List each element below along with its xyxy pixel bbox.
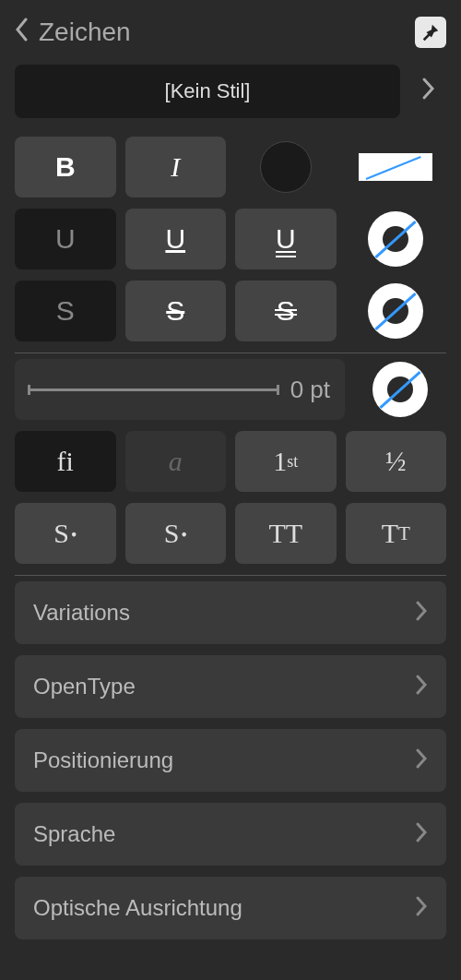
chevron-right-icon xyxy=(415,746,428,775)
opentype-nav[interactable]: OpenType xyxy=(15,655,446,718)
outline-value: 0 pt xyxy=(290,376,330,404)
background-color-swatch[interactable] xyxy=(346,137,447,197)
fill-color-swatch[interactable] xyxy=(235,137,337,197)
underline-none-label: U xyxy=(55,223,76,255)
variations-nav[interactable]: Variations xyxy=(15,581,446,644)
strike-single-label: S xyxy=(166,295,184,327)
chevron-right-icon xyxy=(415,672,428,701)
text-style-row: [Kein Stil] xyxy=(15,65,446,118)
strike-single-button[interactable]: S xyxy=(125,281,227,341)
text-style-label: [Kein Stil] xyxy=(165,79,251,103)
positioning-nav[interactable]: Positionierung xyxy=(15,729,446,792)
smallcaps-button[interactable]: TT xyxy=(346,503,447,564)
positioning-label: Positionierung xyxy=(33,747,173,773)
outline-row: 0 pt xyxy=(15,359,446,420)
color-wheel-icon xyxy=(372,362,428,417)
divider xyxy=(15,353,446,353)
style-more-icon[interactable] xyxy=(409,76,446,107)
strike-color-button[interactable] xyxy=(346,281,447,341)
outline-slider[interactable]: 0 pt xyxy=(15,359,345,420)
panel-header: Zeichen xyxy=(0,0,461,57)
ordinal-button[interactable]: 1st xyxy=(235,431,337,492)
panel-title: Zeichen xyxy=(39,18,131,47)
color-wheel-icon xyxy=(368,211,423,267)
outline-color-button[interactable] xyxy=(354,359,446,420)
variations-label: Variations xyxy=(33,600,130,626)
fraction-button[interactable]: ½ xyxy=(346,431,447,492)
highlight-rect-icon xyxy=(359,153,432,181)
ligature-button[interactable]: fi xyxy=(15,431,116,492)
strike-double-button[interactable]: S xyxy=(235,281,337,341)
italic-button[interactable]: I xyxy=(125,137,227,197)
feature-row-1: fi a 1st ½ xyxy=(15,431,446,492)
subscript-button[interactable]: S● xyxy=(125,503,227,564)
underline-none-button[interactable]: U xyxy=(15,209,116,269)
back-icon[interactable] xyxy=(15,18,30,48)
optical-alignment-nav[interactable]: Optische Ausrichtung xyxy=(15,877,446,939)
underline-double-label: U xyxy=(276,223,296,255)
divider xyxy=(15,575,446,576)
pin-button[interactable] xyxy=(415,17,446,48)
format-row-1: B I xyxy=(15,137,446,197)
superscript-button[interactable]: S● xyxy=(15,503,116,564)
underline-row: U U U xyxy=(15,209,446,269)
color-wheel-icon xyxy=(368,283,423,339)
strike-double-label: S xyxy=(277,295,295,327)
feature-row-2: S● S● TT TT xyxy=(15,503,446,564)
strike-none-button[interactable]: S xyxy=(15,281,116,341)
chevron-right-icon xyxy=(415,598,428,627)
allcaps-button[interactable]: TT xyxy=(235,503,337,564)
stylistic-alt-button[interactable]: a xyxy=(125,431,227,492)
underline-double-button[interactable]: U xyxy=(235,209,337,269)
opentype-label: OpenType xyxy=(33,674,136,699)
chevron-right-icon xyxy=(415,893,428,923)
strike-row: S S S xyxy=(15,281,446,341)
fill-circle-icon xyxy=(260,141,312,193)
text-style-button[interactable]: [Kein Stil] xyxy=(15,65,400,118)
underline-single-button[interactable]: U xyxy=(125,209,227,269)
panel-content: [Kein Stil] B I U U U S S S 0 pt fi xyxy=(0,57,461,965)
chevron-right-icon xyxy=(415,819,428,849)
optical-label: Optische Ausrichtung xyxy=(33,895,242,921)
underline-color-button[interactable] xyxy=(346,209,447,269)
language-label: Sprache xyxy=(33,821,115,847)
bold-button[interactable]: B xyxy=(15,137,116,197)
language-nav[interactable]: Sprache xyxy=(15,803,446,866)
strike-none-label: S xyxy=(56,295,75,327)
header-left: Zeichen xyxy=(15,18,131,48)
underline-single-label: U xyxy=(165,223,185,255)
slider-track-icon xyxy=(30,388,278,391)
